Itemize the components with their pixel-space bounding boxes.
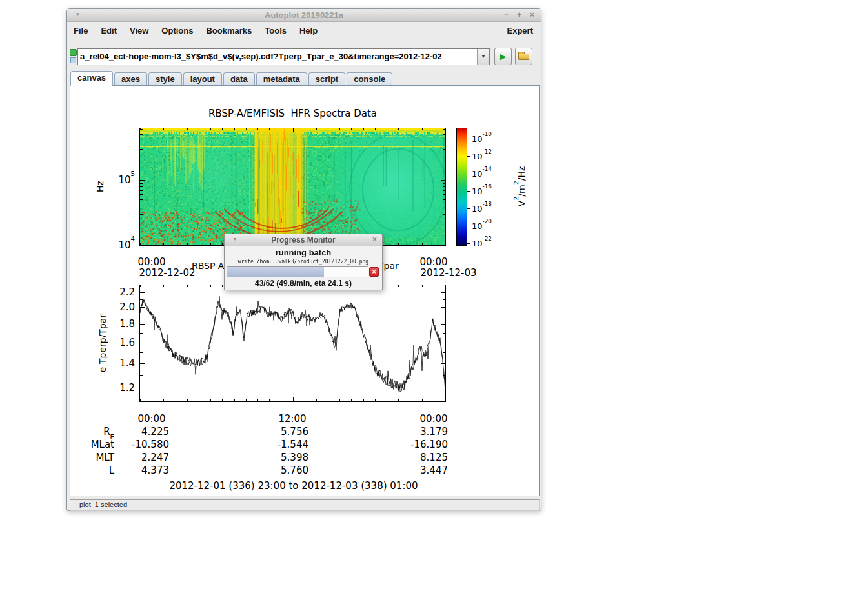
metadata-value: -10.580 bbox=[114, 438, 169, 451]
menu-view[interactable]: View bbox=[123, 26, 155, 35]
cancel-x-icon: ✕ bbox=[372, 269, 376, 275]
datasource-green-icon bbox=[70, 49, 77, 56]
tab-script[interactable]: script bbox=[308, 72, 345, 86]
plot2-ytick-label: 2.0 bbox=[97, 301, 135, 313]
menu-options[interactable]: Options bbox=[155, 26, 199, 35]
metadata-value: 4.225 bbox=[114, 425, 169, 438]
metadata-value: 5.756 bbox=[254, 425, 308, 438]
plot1-ytick-label: 105 bbox=[97, 174, 135, 186]
tab-canvas[interactable]: canvas bbox=[70, 71, 113, 86]
metadata-value: 4.373 bbox=[114, 464, 169, 477]
cancel-button[interactable]: ✕ bbox=[369, 267, 379, 277]
window-title: Autoplot 20190221a bbox=[67, 10, 541, 20]
plot1-xdate-label: 2012-12-03 bbox=[418, 267, 479, 279]
progress-bar-fill bbox=[227, 267, 324, 277]
colorbar-unit-label: V2/m2/Hz bbox=[516, 166, 527, 207]
metadata-value: 3.179 bbox=[393, 425, 448, 438]
metadata-value: 8.125 bbox=[393, 451, 448, 464]
plot2-ytick-label: 1.4 bbox=[97, 357, 135, 369]
spectrogram-plot[interactable] bbox=[139, 128, 446, 246]
metadata-value: 5.760 bbox=[254, 464, 308, 477]
close-button[interactable]: × bbox=[530, 10, 534, 19]
plot2-xtick-label: 00:00 bbox=[413, 413, 454, 425]
status-text: plot_1 selected bbox=[79, 501, 127, 508]
plot-canvas-area[interactable]: RBSP-A/EMFISIS HFR Spectra Data Hz V2/m2… bbox=[70, 85, 540, 496]
progress-bar bbox=[227, 266, 368, 277]
dialog-title: Progress Monitor bbox=[225, 235, 382, 245]
plot1-ytick-label: 104 bbox=[97, 239, 135, 251]
metadata-row-label: RE bbox=[70, 425, 114, 438]
menu-help[interactable]: Help bbox=[293, 26, 324, 35]
plot2-xtick-label: 00:00 bbox=[131, 413, 172, 425]
dialog-close-icon[interactable]: × bbox=[372, 235, 377, 244]
tab-style[interactable]: style bbox=[148, 72, 182, 86]
colorbar-tick-label: 10-20 bbox=[472, 221, 492, 231]
progress-status: running batch bbox=[225, 248, 382, 257]
colorbar-tick bbox=[467, 243, 470, 244]
metadata-value: -1.544 bbox=[254, 438, 308, 451]
address-row: a_rel04_ect-hope-mom-l3_$Y$m$d_v$(v,sep)… bbox=[67, 39, 541, 70]
colorbar-tick bbox=[467, 174, 470, 174]
metadata-value: 3.447 bbox=[393, 464, 448, 477]
tab-axes[interactable]: axes bbox=[114, 72, 147, 86]
metadata-value: 2.247 bbox=[114, 451, 169, 464]
metadata-value: 5.398 bbox=[254, 451, 308, 464]
folder-icon bbox=[518, 52, 529, 60]
colorbar-tick-label: 10-14 bbox=[472, 169, 492, 179]
status-bar: plot_1 selected bbox=[70, 499, 540, 511]
chevron-down-icon: ▼ bbox=[481, 54, 486, 59]
menu-file[interactable]: File bbox=[67, 26, 94, 35]
maximize-button[interactable]: + bbox=[517, 10, 521, 19]
metadata-value: -16.190 bbox=[393, 438, 448, 451]
minimize-button[interactable]: − bbox=[504, 10, 509, 19]
metadata-row-label: MLat bbox=[70, 438, 114, 451]
url-dropdown-button[interactable]: ▼ bbox=[477, 49, 489, 65]
time-range-label: 2012-12-01 (336) 23:00 to 2012-12-03 (33… bbox=[132, 480, 455, 492]
progress-monitor-dialog[interactable]: ▾ Progress Monitor × running batch write… bbox=[224, 234, 383, 290]
menu-edit[interactable]: Edit bbox=[94, 26, 123, 35]
url-input[interactable]: a_rel04_ect-hope-mom-l3_$Y$m$d_v$(v,sep)… bbox=[77, 48, 490, 65]
plot1-xtick-label: 00:00 bbox=[131, 256, 172, 268]
open-file-button[interactable] bbox=[515, 48, 532, 65]
plot2-ytick-label: 1.2 bbox=[97, 382, 135, 394]
window-titlebar[interactable]: ▾ Autoplot 20190221a − + × bbox=[67, 9, 541, 22]
tab-layout[interactable]: layout bbox=[183, 72, 222, 86]
metadata-row-label: MLT bbox=[70, 451, 114, 464]
colorbar-tick-label: 10-12 bbox=[472, 152, 492, 161]
dialog-titlebar[interactable]: ▾ Progress Monitor × bbox=[225, 234, 382, 246]
colorbar-tick-label: 10-22 bbox=[472, 239, 492, 248]
plot2-ytick-label: 2.2 bbox=[97, 286, 135, 298]
colorbar-tick-label: 10-10 bbox=[472, 134, 492, 144]
play-icon: ▶ bbox=[500, 52, 507, 61]
colorbar-tick-label: 10-16 bbox=[472, 186, 492, 196]
tab-console[interactable]: console bbox=[347, 72, 392, 86]
colorbar-tick-label: 10-18 bbox=[472, 204, 492, 214]
plot1-xtick-label: 00:00 bbox=[413, 256, 454, 268]
expert-label[interactable]: Expert bbox=[507, 26, 541, 35]
tab-bar: canvasaxesstylelayoutdatametadatascriptc… bbox=[70, 71, 394, 86]
go-button[interactable]: ▶ bbox=[494, 48, 512, 65]
colorbar-tick bbox=[467, 208, 470, 209]
colorbar-tick bbox=[467, 156, 470, 157]
plot2-ytick-label: 1.6 bbox=[97, 337, 135, 348]
progress-detail: write /hom...walk3/product_20121222_00.p… bbox=[225, 259, 382, 265]
menu-tools[interactable]: Tools bbox=[258, 26, 293, 35]
url-text[interactable]: a_rel04_ect-hope-mom-l3_$Y$m$d_v$(v,sep)… bbox=[78, 49, 477, 65]
tab-data[interactable]: data bbox=[223, 72, 255, 86]
plot2-xtick-label: 12:00 bbox=[272, 413, 313, 425]
plot1-title: RBSP-A/EMFISIS HFR Spectra Data bbox=[140, 108, 445, 119]
colorbar-tick bbox=[467, 191, 470, 192]
colorbar-tick bbox=[467, 139, 470, 139]
datasource-blue-icon bbox=[70, 57, 76, 63]
progress-counter: 43/62 (49.8/min, eta 24.1 s) bbox=[225, 279, 382, 288]
tab-metadata[interactable]: metadata bbox=[256, 72, 307, 86]
timeseries-plot[interactable] bbox=[139, 285, 446, 402]
menu-bar: FileEditViewOptionsBookmarksToolsHelp Ex… bbox=[67, 22, 541, 39]
plot1-xdate-label: 2012-12-02 bbox=[136, 267, 198, 279]
colorbar bbox=[456, 128, 467, 246]
plot2-ytick-label: 1.8 bbox=[97, 318, 135, 330]
metadata-row-label: L bbox=[70, 464, 114, 477]
menu-bookmarks[interactable]: Bookmarks bbox=[199, 26, 258, 35]
colorbar-tick bbox=[467, 226, 470, 226]
